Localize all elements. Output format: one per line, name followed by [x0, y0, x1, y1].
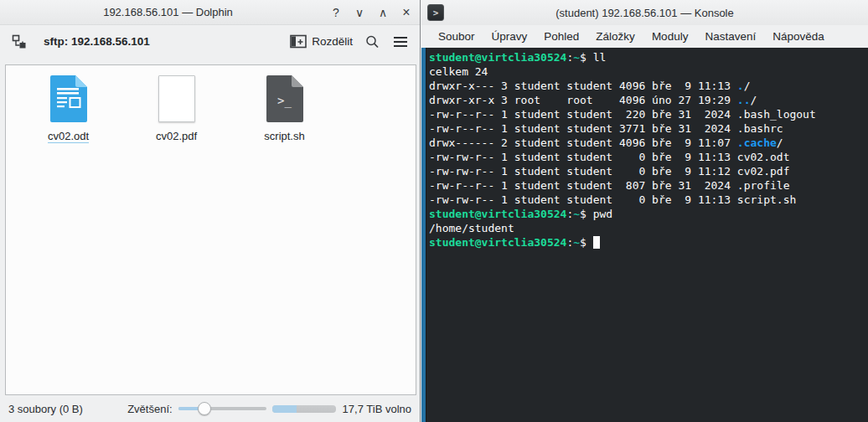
terminal-line: -rw-rw-r-- 1 student student 0 bře 9 11:… [429, 150, 868, 164]
terminal-text: $ pwd [580, 208, 612, 220]
konsole-window: > (student) 192.168.56.101 — Konsole Sou… [421, 0, 868, 422]
dolphin-statusbar: 3 soubory (0 B) Zvětšení: 17,7 TiB volno [0, 395, 420, 422]
terminal-text: -rw-r--r-- 1 student student 3771 bře 31… [429, 122, 783, 135]
pdf-file-icon [158, 75, 195, 122]
shell-script-file-icon: >_ [266, 75, 303, 122]
konsole-window-title: (student) 192.168.56.101 — Konsole [421, 7, 868, 19]
terminal-line: drwxr-x--- 3 student student 4096 bře 9 … [429, 79, 868, 93]
terminal-line: celkem 24 [429, 64, 868, 79]
terminal-text: -rw-rw-r-- 1 student student 0 bře 9 11:… [429, 151, 789, 163]
dolphin-window-title: 192.168.56.101 — Dolphin [0, 6, 336, 18]
terminal-text: ~ [573, 236, 580, 249]
dolphin-window: 192.168.56.101 — Dolphin ? ∨ ∧ × sftp: 1… [0, 0, 421, 422]
terminal-text: /home/student [429, 222, 514, 234]
search-button[interactable] [361, 31, 383, 53]
file-label: cv02.pdf [156, 130, 197, 142]
terminal-text: student@virtclia30524 [429, 208, 566, 220]
terminal-line: -rw-rw-r-- 1 student student 0 bře 9 11:… [429, 164, 868, 178]
terminal-text: -rw-rw-r-- 1 student student 0 bře 9 11:… [429, 193, 796, 206]
dolphin-toolbar: sftp: 192.168.56.101 Rozdělit [0, 25, 420, 58]
terminal-area[interactable]: student@virtclia30524:~$ llcelkem 24drwx… [421, 48, 868, 422]
terminal-text: -rw-r--r-- 1 student student 807 bře 31 … [429, 179, 789, 192]
zoom-slider-label: Zvětšení: [127, 403, 172, 415]
terminal-line: drwx------ 2 student student 4096 bře 9 … [429, 136, 868, 150]
terminal-text: ~ [573, 208, 580, 220]
terminal-line: drwxr-xr-x 3 root root 4096 úno 27 19:29… [429, 93, 868, 107]
terminal-line: -rw-rw-r-- 1 student student 0 bře 9 11:… [429, 193, 868, 207]
terminal-output[interactable]: student@virtclia30524:~$ llcelkem 24drwx… [426, 48, 868, 250]
terminal-text: drwx------ 2 student student 4096 bře 9 … [429, 136, 737, 149]
free-space-label: 17,7 TiB volno [343, 403, 411, 415]
menu-moduly[interactable]: Moduly [643, 30, 697, 43]
terminal-text: $ ll [580, 51, 606, 64]
terminal-line: -rw-r--r-- 1 student student 3771 bře 31… [429, 121, 868, 136]
terminal-text: -rw-rw-r-- 1 student student 0 bře 9 11:… [429, 165, 789, 178]
free-space-bar [272, 405, 336, 413]
dolphin-titlebar[interactable]: 192.168.56.101 — Dolphin ? ∨ ∧ × [0, 0, 420, 25]
terminal-line: student@virtclia30524:~$ [429, 235, 868, 250]
terminal-text: drwxr-xr-x 3 root root 4096 úno 27 19:29 [429, 94, 737, 106]
terminal-line: -rw-r--r-- 1 student student 807 bře 31 … [429, 178, 868, 193]
terminal-text: .. [737, 94, 751, 106]
terminal-text: -rw-r--r-- 1 student student 220 bře 31 … [429, 108, 816, 121]
close-button[interactable]: × [400, 6, 413, 19]
split-view-button[interactable]: Rozdělit [288, 31, 354, 52]
file-item-script-sh[interactable]: >_ script.sh [230, 75, 338, 143]
terminal-line: student@virtclia30524:~$ ll [429, 50, 868, 64]
terminal-line: -rw-r--r-- 1 student student 220 bře 31 … [429, 107, 868, 121]
file-list: cv02.odt cv02.pdf >_ script.sh [6, 65, 416, 143]
file-item-cv02-odt[interactable]: cv02.odt [14, 75, 122, 143]
hamburger-menu-icon [393, 36, 408, 48]
help-button[interactable]: ? [329, 6, 343, 19]
menu-zalozky[interactable]: Záložky [587, 30, 643, 43]
file-label: cv02.odt [48, 130, 89, 143]
network-places-icon[interactable] [8, 31, 30, 53]
terminal-text: / [744, 80, 751, 92]
menu-napoveda[interactable]: Nápověda [764, 30, 833, 43]
konsole-titlebar[interactable]: > (student) 192.168.56.101 — Konsole [421, 0, 868, 25]
split-view-label: Rozdělit [312, 35, 353, 48]
terminal-text: celkem 24 [429, 65, 488, 78]
terminal-text: $ [580, 236, 593, 249]
menu-pohled[interactable]: Pohled [535, 30, 587, 43]
breadcrumb-location[interactable]: sftp: 192.168.56.101 [44, 35, 150, 48]
terminal-text: / [777, 136, 783, 149]
dolphin-titlebar-buttons: ? ∨ ∧ × [329, 6, 413, 19]
terminal-text: .cache [737, 136, 777, 149]
terminal-text: drwxr-x--- 3 student student 4096 bře 9 … [429, 80, 737, 92]
terminal-text: ~ [573, 51, 580, 64]
menu-soubor[interactable]: Soubor [430, 30, 483, 43]
terminal-text: student@virtclia30524 [429, 236, 566, 249]
zoom-slider-handle[interactable] [198, 402, 211, 415]
menu-upravy[interactable]: Úpravy [483, 30, 536, 43]
free-space-bar-fill [272, 405, 297, 413]
terminal-text: / [751, 94, 757, 106]
split-view-icon [290, 34, 307, 49]
konsole-menubar: Soubor Úpravy Pohled Záložky Moduly Nast… [421, 25, 868, 48]
file-label: script.sh [264, 130, 304, 142]
hamburger-menu-button[interactable] [390, 31, 411, 53]
terminal-cursor [593, 236, 600, 249]
file-count-summary: 3 soubory (0 B) [8, 403, 124, 415]
file-item-cv02-pdf[interactable]: cv02.pdf [122, 75, 230, 143]
zoom-slider[interactable] [178, 402, 266, 415]
odt-file-icon [50, 75, 87, 122]
maximize-button[interactable]: ∧ [376, 6, 390, 19]
svg-text:>_: >_ [277, 94, 292, 108]
terminal-text: student@virtclia30524 [429, 51, 566, 64]
search-icon [364, 34, 380, 49]
minimize-button[interactable]: ∨ [353, 6, 366, 19]
terminal-line: /home/student [429, 221, 868, 235]
menu-nastaveni[interactable]: Nastavení [696, 30, 764, 43]
terminal-text: . [737, 80, 744, 92]
terminal-line: student@virtclia30524:~$ pwd [429, 207, 868, 221]
dolphin-file-view[interactable]: cv02.odt cv02.pdf >_ script.sh [5, 64, 416, 395]
